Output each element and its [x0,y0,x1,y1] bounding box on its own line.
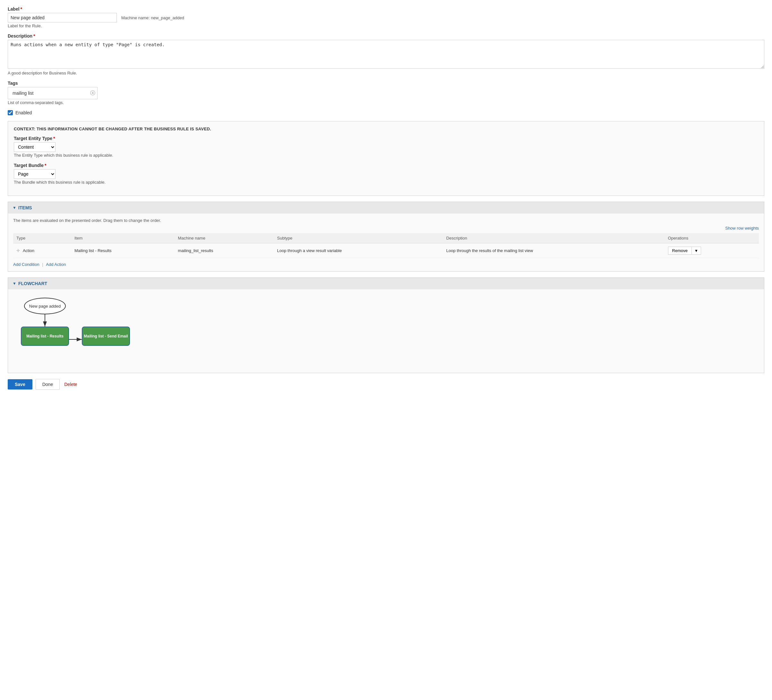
items-table-header-row: Type Item Machine name Subtype Descripti… [13,233,759,243]
flowchart-section-title: FLOWCHART [18,281,47,286]
row-type-cell: ✛ Action [13,243,71,258]
flowchart-area: New page added Mailing list - Results Ma… [15,295,757,365]
show-row-weights-link[interactable]: Show row weights [725,226,759,231]
target-bundle-group: Target Bundle* Page The Bundle which thi… [14,163,758,185]
flowchart-node2: Mailing list - Send Email [82,326,130,346]
col-machine-name: Machine name [175,233,274,243]
description-textarea[interactable]: Runs actions when a new entity of type "… [8,40,764,69]
enabled-checkbox[interactable] [8,110,13,115]
row-description: Loop through the results of the mailing … [443,243,665,258]
target-entity-type-hint: The Entity Type which this business rule… [14,153,758,157]
col-subtype: Subtype [274,233,443,243]
col-type: Type [13,233,71,243]
tags-label: Tags [8,80,764,86]
description-required: * [33,33,35,39]
row-machine-name: mailing_list_results [175,243,274,258]
label-hint: Label for the Rule. [8,23,764,28]
description-field-label: Description* [8,33,764,39]
tags-input-wrap: ⓧ [8,87,98,99]
flowchart-body: New page added Mailing list - Results Ma… [8,289,764,373]
footer-actions: Save Done Delete [8,379,764,390]
flowchart-section-header: ▼ FLOWCHART [8,278,764,289]
flowchart-start-node: New page added [24,298,66,314]
target-entity-type-group: Target Entity Type* Content The Entity T… [14,136,758,157]
label-required: * [21,7,22,11]
flowchart-start-label: New page added [29,304,61,308]
flowchart-node1-label: Mailing list - Results [26,334,64,338]
row-type: Action [23,248,34,253]
ops-btn-group: Remove ▼ [668,247,756,255]
flowchart-node2-label: Mailing list - Send Email [84,334,128,338]
table-row: ✛ Action Mailing list - Results mailing_… [13,243,759,258]
items-section-header: ▼ ITEMS [8,202,764,213]
tags-clear-icon[interactable]: ⓧ [90,90,95,97]
items-table-body: ✛ Action Mailing list - Results mailing_… [13,243,759,258]
row-subtype: Loop through a view result variable [274,243,443,258]
label-field-label: Label* [8,7,764,11]
tags-hint: List of comma-separated tags. [8,100,764,105]
description-text: Description [8,33,33,39]
label-field-group: Label* Machine name: new_page_added Labe… [8,7,764,28]
items-triangle-icon: ▼ [13,205,16,210]
save-button[interactable]: Save [8,379,33,390]
flowchart-triangle-icon: ▼ [13,281,16,286]
label-input[interactable] [8,13,117,23]
items-table: Type Item Machine name Subtype Descripti… [13,233,759,258]
context-title: CONTEXT: THIS INFORMATION CANNOT BE CHAN… [14,126,758,131]
enabled-row: Enabled [8,110,764,115]
done-button[interactable]: Done [36,379,60,390]
items-section-panel: ▼ ITEMS The items are evaluated on the p… [8,202,764,272]
remove-button[interactable]: Remove [668,247,692,255]
label-input-row: Machine name: new_page_added [8,13,764,23]
target-entity-type-label: Target Entity Type* [14,136,758,141]
ops-dropdown-button[interactable]: ▼ [692,247,701,255]
label-text: Label [8,7,20,11]
machine-name-text: Machine name: new_page_added [121,15,184,20]
items-table-head: Type Item Machine name Subtype Descripti… [13,233,759,243]
items-info: The items are evaluated on the presented… [13,218,759,223]
enabled-label: Enabled [15,110,32,115]
drag-handle-icon[interactable]: ✛ [16,248,20,253]
col-item: Item [71,233,175,243]
flowchart-node1: Mailing list - Results [21,326,69,346]
target-bundle-select[interactable]: Page [14,169,56,179]
items-section-body: The items are evaluated on the presented… [8,213,764,271]
items-section-title: ITEMS [18,205,32,210]
target-bundle-label: Target Bundle* [14,163,758,168]
add-condition-link[interactable]: Add Condition [13,262,39,267]
tags-field-group: Tags ⓧ List of comma-separated tags. [8,80,764,105]
add-action-link[interactable]: Add Action [46,262,66,267]
action-separator: | [42,262,44,267]
col-description: Description [443,233,665,243]
row-operations: Remove ▼ [665,243,759,258]
tags-input[interactable] [10,89,90,98]
flowchart-section-panel: ▼ FLOWCHART New page added [8,277,764,373]
description-hint: A good description for Business Rule. [8,70,764,75]
context-box: CONTEXT: THIS INFORMATION CANNOT BE CHAN… [8,121,764,196]
action-links: Add Condition | Add Action [13,262,759,267]
delete-button[interactable]: Delete [63,379,78,390]
row-item: Mailing list - Results [71,243,175,258]
description-field-group: Description* Runs actions when a new ent… [8,33,764,75]
target-bundle-hint: The Bundle which this business rule is a… [14,180,758,185]
col-operations: Operations [665,233,759,243]
show-row-weights-wrap: Show row weights [13,225,759,231]
target-entity-type-select[interactable]: Content [14,142,56,152]
